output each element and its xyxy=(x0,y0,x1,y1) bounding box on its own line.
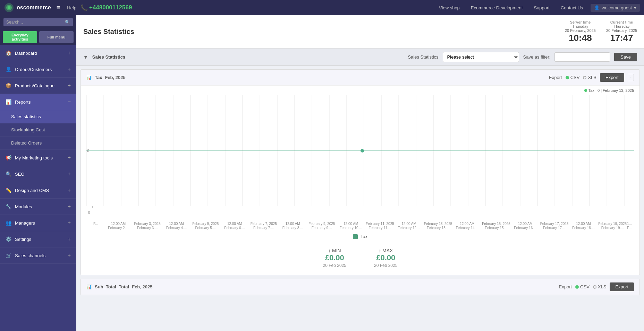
chart2-export-label: Export xyxy=(559,284,572,289)
phone-number: 📞 +448000112569 xyxy=(80,4,132,11)
tax-chart-section: 📊 Tax Feb, 2025 Export CSV XLS xyxy=(80,69,640,275)
filter-bar: ▼ Sales Statistics Sales Statistics Plea… xyxy=(76,49,644,66)
page-title: Sales Statistics xyxy=(83,28,134,36)
ecommerce-dev-link[interactable]: Ecommerce Development xyxy=(467,5,526,10)
sidebar-item-sales-channels[interactable]: 🛒 Sales channels + xyxy=(0,247,76,264)
min-date: 20 Feb 2025 xyxy=(323,263,346,268)
sidebar-item-modules[interactable]: 🔧 Modules + xyxy=(0,199,76,215)
expand-icon: + xyxy=(68,82,71,89)
max-stat: ↑ MAX £0.00 20 Feb 2025 xyxy=(374,248,397,268)
save-button[interactable]: Save xyxy=(614,53,637,61)
chart2-period: Feb, 2025 xyxy=(132,284,152,289)
products-icon: 📦 xyxy=(6,83,11,88)
server-time-block: Server time Thursday 20 February, 2025 1… xyxy=(565,20,596,43)
min-value: £0.00 xyxy=(323,253,346,262)
xls-radio-dot xyxy=(583,76,586,79)
sidebar-item-design[interactable]: ✏️ Design and CMS + xyxy=(0,182,76,199)
user-menu[interactable]: 👤 welcome guest ▾ xyxy=(591,4,640,12)
sidebar-item-stocktaking[interactable]: Stocktaking Cost xyxy=(0,123,76,137)
csv-radio-dot xyxy=(566,76,569,79)
expand-icon: + xyxy=(68,236,71,242)
search-input[interactable] xyxy=(3,18,73,26)
chart2-xls-dot xyxy=(593,285,596,289)
chart2-csv-radio[interactable]: CSV xyxy=(575,284,590,289)
sidebar: 🔍 Everyday activities Full menu 🏠 Dashbo… xyxy=(0,15,76,331)
expand-icon: + xyxy=(68,220,71,226)
dashboard-icon: 🏠 xyxy=(6,50,11,56)
svg-point-2 xyxy=(8,6,10,9)
sidebar-item-sales-statistics[interactable]: Sales statistics xyxy=(0,110,76,123)
sidebar-search-area: 🔍 xyxy=(0,15,76,29)
csv-radio[interactable]: CSV xyxy=(566,75,580,80)
user-icon: 👤 xyxy=(594,5,600,10)
logo[interactable]: oscommerce xyxy=(4,3,51,12)
sidebar-item-products[interactable]: 📦 Products/Catalogue + xyxy=(0,78,76,94)
view-shop-link[interactable]: View shop xyxy=(435,5,463,10)
chart2-export-button[interactable]: Export xyxy=(610,282,634,291)
export-button[interactable]: Export xyxy=(600,73,624,82)
export-label: Export xyxy=(549,75,562,80)
chart-tooltip: Tax : 0 | February 13, 2025 xyxy=(584,88,634,93)
sidebar-item-deleted-orders[interactable]: Deleted Orders xyxy=(0,137,76,150)
filter-select-label: Sales Statistics xyxy=(408,54,438,60)
xls-radio[interactable]: XLS xyxy=(583,75,596,80)
chart-header: 📊 Tax Feb, 2025 Export CSV XLS xyxy=(81,70,639,86)
contact-us-link[interactable]: Contact Us xyxy=(557,5,586,10)
chart-icon: 📊 xyxy=(86,75,92,80)
chart-legend: Tax xyxy=(81,231,639,242)
chart-period: Feb, 2025 xyxy=(105,75,125,80)
sidebar-item-settings[interactable]: ⚙️ Settings + xyxy=(0,231,76,247)
current-time-block: Current time Thursday 20 February, 2025 … xyxy=(606,20,637,43)
page-header: Sales Statistics Server time Thursday 20… xyxy=(76,15,644,49)
full-menu-button[interactable]: Full menu xyxy=(39,31,74,43)
sidebar-item-seo[interactable]: 🔍 SEO + xyxy=(0,166,76,182)
sales-statistics-select[interactable]: Please select xyxy=(443,52,519,62)
chart2-icon: 📊 xyxy=(86,284,92,289)
chart2-csv-dot xyxy=(575,285,579,289)
filter-title: Sales Statistics xyxy=(92,54,125,60)
settings-icon: ⚙️ xyxy=(6,236,11,242)
chevron-down-icon: ▾ xyxy=(634,5,636,10)
expand-icon: + xyxy=(68,50,71,56)
collapse-button[interactable]: - xyxy=(628,74,634,81)
sidebar-item-marketing[interactable]: 📢 My Marketing tools + xyxy=(0,150,76,166)
sidebar-item-orders[interactable]: 👤 Orders/Customers + xyxy=(0,61,76,78)
expand-icon: + xyxy=(68,66,71,72)
seo-icon: 🔍 xyxy=(6,171,11,177)
save-filter-input[interactable] xyxy=(554,52,610,62)
save-filter-label: Save as filter: xyxy=(523,54,551,60)
chart-area: Tax : 0 | February 13, 2025 xyxy=(81,86,639,231)
chart-title: Tax xyxy=(95,75,102,80)
sales-channels-icon: 🛒 xyxy=(6,253,11,258)
current-time-value: 17:47 xyxy=(606,33,637,43)
sidebar-buttons: Everyday activities Full menu xyxy=(0,29,76,45)
expand-icon: + xyxy=(68,155,71,161)
svg-text:0: 0 xyxy=(87,149,89,153)
chart2-xls-radio[interactable]: XLS xyxy=(593,284,607,289)
svg-point-39 xyxy=(361,149,364,153)
support-link[interactable]: Support xyxy=(530,5,553,10)
subtotal-chart-section: 📊 Sub_Total_Total Feb, 2025 Export CSV xyxy=(80,279,640,295)
modules-icon: 🔧 xyxy=(6,204,11,209)
sidebar-item-managers[interactable]: 👥 Managers + xyxy=(0,215,76,231)
sidebar-item-reports[interactable]: 📊 Reports − xyxy=(0,94,76,110)
sidebar-item-dashboard[interactable]: 🏠 Dashboard + xyxy=(0,45,76,61)
marketing-icon: 📢 xyxy=(6,155,11,160)
help-link[interactable]: Help xyxy=(67,5,76,10)
time-area: Server time Thursday 20 February, 2025 1… xyxy=(565,20,637,43)
max-value: £0.00 xyxy=(374,253,397,262)
export-controls: Export CSV XLS Export - xyxy=(549,73,634,82)
server-time-label: Server time xyxy=(565,20,596,24)
current-date: Thursday 20 February, 2025 xyxy=(606,24,637,33)
expand-icon: + xyxy=(68,252,71,259)
legend-label: Tax xyxy=(361,234,367,239)
legend-color-box xyxy=(353,234,358,239)
arrow-up-icon: ↑ xyxy=(379,248,381,253)
everyday-activities-button[interactable]: Everyday activities xyxy=(3,31,37,43)
managers-icon: 👥 xyxy=(6,220,11,226)
max-date: 20 Feb 2025 xyxy=(374,263,397,268)
chart-svg: £0 -£1 0 0 0 xyxy=(86,95,634,220)
reports-icon: 📊 xyxy=(6,99,11,105)
hamburger-icon[interactable]: ≡ xyxy=(57,4,60,11)
expand-icon: + xyxy=(68,187,71,193)
